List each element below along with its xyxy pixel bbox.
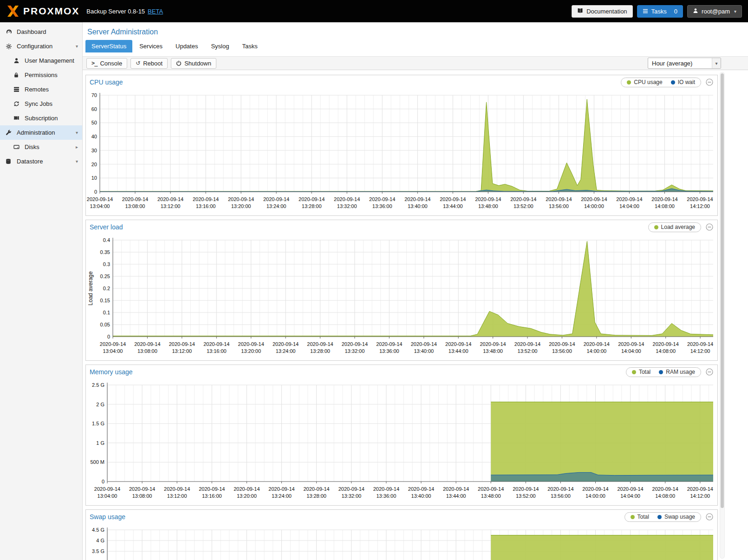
svg-text:2020-09-14: 2020-09-14: [404, 196, 430, 202]
cpu-usage-header: CPU usageCPU usageIO wait: [86, 75, 717, 89]
tab-updates[interactable]: Updates: [169, 40, 204, 52]
tab-tasks[interactable]: Tasks: [236, 40, 263, 52]
svg-text:60: 60: [91, 106, 97, 112]
user-label: root@pam: [702, 8, 730, 15]
sidebar-item-label: Disks: [25, 143, 39, 150]
memory-usage-collapse-button[interactable]: [705, 368, 714, 376]
svg-text:2020-09-14: 2020-09-14: [307, 341, 333, 347]
sidebar-item-label: User Management: [25, 57, 74, 64]
tab-serverstatus[interactable]: ServerStatus: [85, 40, 132, 52]
legend-item-io-wait: IO wait: [671, 79, 695, 85]
console-button[interactable]: >_ Console: [86, 58, 127, 69]
sidebar-item-label: Permissions: [25, 72, 58, 78]
svg-text:13:04:00: 13:04:00: [98, 493, 117, 499]
chevron-down-icon: ▾: [734, 9, 736, 14]
chevron-right-icon[interactable]: ▸: [76, 145, 78, 150]
tab-services[interactable]: Services: [133, 40, 169, 52]
combo-trigger-icon: ▾: [712, 58, 721, 68]
sidebar-item-datastore[interactable]: Datastore▾: [0, 154, 82, 169]
swap-usage-title: Swap usage: [90, 513, 624, 521]
server-load-collapse-button[interactable]: [705, 223, 714, 231]
tasks-count-badge: 0: [674, 8, 677, 15]
legend-dot-icon: [627, 80, 631, 85]
cpu-usage-collapse-button[interactable]: [705, 78, 714, 86]
svg-text:2020-09-14: 2020-09-14: [268, 486, 294, 492]
svg-text:13:16:00: 13:16:00: [196, 203, 216, 209]
svg-text:13:04:00: 13:04:00: [103, 348, 123, 354]
legend-label: Swap usage: [664, 514, 695, 520]
sidebar-item-disks[interactable]: Disks▸: [0, 140, 82, 154]
svg-text:2020-09-14: 2020-09-14: [157, 196, 183, 202]
svg-text:13:20:00: 13:20:00: [237, 493, 257, 499]
panel-server-load: Server loadLoad average2020-09-1413:04:0…: [85, 220, 718, 361]
svg-text:3.5 G: 3.5 G: [92, 548, 104, 554]
svg-text:13:48:00: 13:48:00: [478, 203, 498, 209]
panel-scroll-area: CPU usageCPU usageIO wait2020-09-1413:04…: [83, 71, 748, 560]
sidebar-item-permissions[interactable]: Permissions: [0, 68, 82, 82]
chevron-down-icon[interactable]: ▾: [76, 130, 78, 135]
svg-text:13:28:00: 13:28:00: [302, 203, 322, 209]
svg-text:2020-09-14: 2020-09-14: [443, 486, 469, 492]
chevron-down-icon[interactable]: ▾: [76, 44, 78, 49]
svg-text:13:40:00: 13:40:00: [414, 348, 434, 354]
user-icon: [13, 58, 21, 64]
swap-usage-collapse-button[interactable]: [705, 513, 714, 521]
legend-label: CPU usage: [634, 79, 662, 85]
svg-text:2020-09-14: 2020-09-14: [334, 196, 360, 202]
svg-text:4 G: 4 G: [96, 538, 104, 543]
shutdown-button[interactable]: Shutdown: [171, 58, 216, 69]
beta-link[interactable]: BETA: [148, 8, 163, 15]
svg-text:0.2: 0.2: [103, 286, 110, 291]
svg-text:14:00:00: 14:00:00: [585, 493, 605, 499]
server-load-title: Server load: [90, 223, 648, 231]
svg-text:13:16:00: 13:16:00: [202, 493, 222, 499]
svg-text:14:08:00: 14:08:00: [655, 493, 675, 499]
scrollbar-thumb[interactable]: [721, 73, 724, 508]
svg-text:2020-09-14: 2020-09-14: [263, 196, 289, 202]
sidebar-item-sync-jobs[interactable]: Sync Jobs: [0, 97, 82, 111]
svg-text:0.35: 0.35: [100, 249, 110, 255]
sidebar-item-user-management[interactable]: User Management: [0, 53, 82, 68]
svg-text:13:40:00: 13:40:00: [411, 493, 431, 499]
reboot-button[interactable]: ↺ Reboot: [130, 58, 168, 69]
documentation-button[interactable]: Documentation: [572, 5, 632, 18]
svg-text:2020-09-14: 2020-09-14: [687, 196, 713, 202]
svg-text:14:08:00: 14:08:00: [655, 203, 675, 209]
panel-cpu-usage: CPU usageCPU usageIO wait2020-09-1413:04…: [85, 75, 718, 216]
sidebar-item-configuration[interactable]: Configuration▾: [0, 39, 82, 53]
tasks-button[interactable]: Tasks 0: [637, 5, 683, 18]
svg-text:2.5 G: 2.5 G: [92, 382, 104, 388]
sidebar-item-subscription[interactable]: Subscription: [0, 111, 82, 125]
timeframe-select[interactable]: Hour (average) ▾: [648, 58, 721, 69]
vertical-scrollbar[interactable]: [720, 72, 725, 559]
svg-text:0.15: 0.15: [100, 298, 110, 303]
chevron-down-icon[interactable]: ▾: [76, 159, 78, 164]
reboot-label: Reboot: [143, 60, 163, 67]
app-header: PROXMOX Backup Server 0.8-15 BETA Docume…: [0, 0, 748, 22]
svg-text:13:04:00: 13:04:00: [90, 203, 110, 209]
tab-syslog[interactable]: Syslog: [205, 40, 235, 52]
memory-usage-chart: 2020-09-1413:04:002020-09-1413:08:002020…: [86, 379, 717, 505]
svg-text:1.5 G: 1.5 G: [92, 421, 104, 426]
svg-text:13:16:00: 13:16:00: [207, 348, 227, 354]
legend-label: RAM usage: [666, 369, 695, 375]
tasks-label: Tasks: [651, 8, 667, 15]
svg-text:2020-09-14: 2020-09-14: [445, 341, 471, 347]
svg-text:2020-09-14: 2020-09-14: [373, 486, 399, 492]
svg-text:13:56:00: 13:56:00: [549, 203, 569, 209]
svg-text:13:12:00: 13:12:00: [167, 493, 187, 499]
svg-text:2020-09-14: 2020-09-14: [169, 341, 195, 347]
dashboard-icon: [6, 29, 13, 35]
svg-text:13:36:00: 13:36:00: [376, 493, 396, 499]
panel-memory-usage: Memory usageTotalRAM usage2020-09-1413:0…: [85, 365, 718, 506]
svg-text:2020-09-14: 2020-09-14: [478, 486, 504, 492]
sidebar-item-administration[interactable]: Administration▾: [0, 125, 82, 140]
svg-text:14:00:00: 14:00:00: [586, 348, 606, 354]
sidebar-item-remotes[interactable]: Remotes: [0, 82, 82, 97]
server-load-header: Server loadLoad average: [86, 220, 717, 234]
svg-text:14:12:00: 14:12:00: [690, 348, 710, 354]
sidebar-item-dashboard[interactable]: Dashboard: [0, 25, 82, 39]
user-menu-button[interactable]: root@pam ▾: [687, 5, 742, 18]
svg-text:13:08:00: 13:08:00: [137, 348, 157, 354]
svg-text:2020-09-14: 2020-09-14: [581, 196, 607, 202]
